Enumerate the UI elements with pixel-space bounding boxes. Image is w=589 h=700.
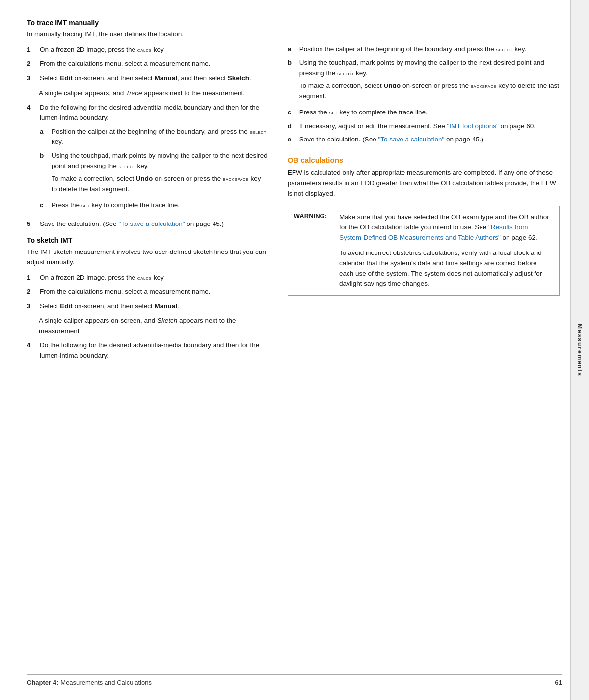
sketch-step-3-text: Select Edit on-screen, and then select M… [40,301,179,311]
edit-bold-s: Edit [60,302,73,309]
sketch-imt-section: To sketch IMT The IMT sketch measurement… [27,236,268,361]
sketch-alpha-c: c [288,108,297,118]
warning-label: WARNING: [288,206,332,295]
trace-imt-section: To trace IMT manually In manually tracin… [27,19,268,229]
save-calc-link-1[interactable]: "To save a calculation" [119,220,185,227]
trace-imt-step5: 5 Save the calculation. (See "To save a … [27,219,268,229]
trace-imt-step4: 4 Do the following for the desired adven… [27,103,268,214]
sketch-alpha-e: e [288,135,297,145]
trace-imt-intro: In manually tracing IMT, the user define… [27,29,268,40]
sketch-sub-a-text: Position the caliper at the beginning of… [299,44,560,55]
undo-bold: Undo [136,175,153,182]
select-key-b: select [119,163,135,169]
sketch-bold: Sketch [228,74,249,82]
page-footer: Chapter 4: Measurements and Calculations… [27,674,562,686]
trace-imt-steps: 1 On a frozen 2D image, press the calcs … [27,45,268,84]
imt-options-link[interactable]: "IMT tool options" [447,122,498,130]
warning-para2: To avoid incorrect obstetrics calculatio… [339,248,552,289]
sketch-sub-a: a Position the caliper at the beginning … [288,44,560,55]
step-4-sub-list: a Position the caliper at the beginning … [40,127,268,210]
footer-chapter-text: Measurements and Calculations [60,679,152,686]
backspace-key-s: backspace [471,83,497,89]
top-rule [27,14,562,14]
sketch-italic: Sketch [157,317,177,324]
sketch-step-2: 2 From the calculations menu, select a m… [27,287,268,297]
alpha-b: b [40,151,50,161]
step-2-text: From the calculations menu, select a mea… [40,59,210,69]
step-2-num: 2 [27,59,38,69]
step-1-text: On a frozen 2D image, press the calcs ke… [40,45,164,55]
calcs-key-1: calcs [137,46,152,53]
save-calc-link-2[interactable]: "To save a calculation" [378,136,444,143]
manual-bold: Manual [154,74,177,82]
ob-section: OB calculations EFW is calculated only a… [288,156,560,295]
alpha-c: c [40,200,50,211]
left-column: To trace IMT manually In manually tracin… [27,19,283,671]
sketch-sub-d-text: If necessary, adjust or edit the measure… [299,121,560,132]
backspace-key: backspace [223,175,249,182]
sketch-step-4-text: Do the following for the desired adventi… [40,340,268,361]
select-key-a: select [250,128,267,135]
ob-heading: OB calculations [288,156,560,164]
set-key-s: set [329,109,338,116]
select-key-sb: select [337,70,354,77]
sub-item-a: a Position the caliper at the beginning … [40,127,268,147]
sub-item-b: b Using the touchpad, mark points by mov… [40,151,268,197]
sketch-step-1-num: 1 [27,273,38,283]
sketch-imt-steps: 1 On a frozen 2D image, press the calcs … [27,273,268,311]
warning-box: WARNING: Make sure that you have selecte… [288,206,560,295]
sketch-step-2-text: From the calculations menu, select a mea… [40,287,210,297]
sub-item-c: c Press the set key to complete the trac… [40,200,268,211]
warning-para1: Make sure that you have selected the OB … [339,212,552,243]
right-sidebar: Measurements [570,0,589,700]
sketch-sub-b-text: Using the touchpad, mark points by movin… [299,58,560,104]
select-key-sa: select [496,46,513,53]
sketch-step-3-num: 3 [27,301,38,311]
footer-page-number: 61 [555,679,562,686]
sketch-sub-list: a Position the caliper at the beginning … [288,44,560,145]
sketch-sub-b: b Using the touchpad, mark points by mov… [288,58,560,104]
sketch-sub-c: c Press the set key to complete the trac… [288,108,560,118]
alpha-a: a [40,127,50,137]
content-area: To trace IMT manually In manually tracin… [0,0,589,700]
step-3-note: A single caliper appears, and Trace appe… [39,88,268,99]
set-key: set [81,202,90,209]
footer-chapter-label: Chapter 4: [27,679,58,686]
sub-c-text: Press the set key to complete the trace … [52,200,268,211]
page: To trace IMT manually In manually tracin… [0,0,589,700]
sketch-imt-heading: To sketch IMT [27,236,268,244]
sketch-step-3: 3 Select Edit on-screen, and then select… [27,301,268,311]
right-column: a Position the caliper at the beginning … [283,19,560,671]
sketch-step-4: 4 Do the following for the desired adven… [27,340,268,361]
manual-bold-s: Manual [154,302,177,309]
step-3-text: Select Edit on-screen, and then select M… [40,73,251,84]
sub-b-note: To make a correction, select Undo on-scr… [52,174,268,195]
warning-content: Make sure that you have selected the OB … [332,206,559,295]
undo-bold-s: Undo [384,82,401,89]
sub-b-text: Using the touchpad, mark points by movin… [52,151,268,197]
sketch-alpha-b: b [288,58,297,68]
ob-intro: EFW is calculated only after appropriate… [288,168,560,199]
trace-imt-heading: To trace IMT manually [27,19,268,27]
sketch-step-1: 1 On a frozen 2D image, press the calcs … [27,273,268,283]
sketch-sub-b-note: To make a correction, select Undo on-scr… [299,81,560,102]
step-5-num: 5 [27,219,38,229]
sketch-sub-c-text: Press the set key to complete the trace … [299,108,560,118]
step-4: 4 Do the following for the desired adven… [27,103,268,214]
trace-italic: Trace [126,89,142,97]
sketch-sub-e-text: Save the calculation. (See "To save a ca… [299,135,560,145]
sub-a-text: Position the caliper at the beginning of… [52,127,268,147]
step-5: 5 Save the calculation. (See "To save a … [27,219,268,229]
step-4-num: 4 [27,103,38,113]
calcs-key-s1: calcs [137,274,152,281]
step-5-text: Save the calculation. (See "To save a ca… [40,219,224,229]
sketch-step-4-num: 4 [27,340,38,351]
sketch-step-2-num: 2 [27,287,38,297]
sketch-step-3-note: A single caliper appears on-screen, and … [39,316,268,336]
sketch-step-1-text: On a frozen 2D image, press the calcs ke… [40,273,164,283]
sketch-sub-d: d If necessary, adjust or edit the measu… [288,121,560,132]
step-3-num: 3 [27,73,38,84]
step-1-num: 1 [27,45,38,55]
results-link[interactable]: "Results from System-Defined OB Measurem… [339,224,528,241]
sketch-alpha-d: d [288,121,297,132]
